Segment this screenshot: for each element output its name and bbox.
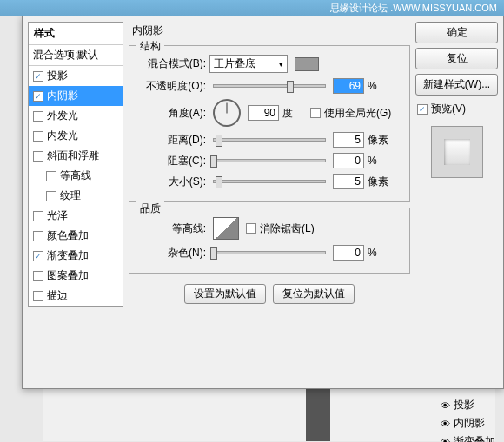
reset-default-button[interactable]: 复位为默认值	[273, 284, 355, 304]
style-checkbox[interactable]	[33, 291, 43, 301]
style-checkbox[interactable]	[33, 251, 43, 261]
distance-input[interactable]: 5	[333, 132, 364, 148]
unit: 像素	[368, 133, 392, 148]
choke-slider[interactable]	[213, 159, 326, 162]
style-item-9[interactable]: 渐变叠加	[29, 246, 123, 266]
style-item-4[interactable]: 斜面和浮雕	[29, 146, 123, 166]
unit: 度	[282, 106, 307, 121]
slider-thumb[interactable]	[287, 81, 294, 93]
panel-title: 内阴影	[129, 22, 410, 40]
bg-thumb	[306, 389, 330, 441]
quality-legend: 品质	[136, 201, 164, 216]
center-panel: 内阴影 结构 混合模式(B): 正片叠底 不透明度(O): 69 % 角度(A)…	[129, 22, 410, 307]
style-label: 光泽	[47, 208, 68, 223]
unit: %	[368, 155, 392, 167]
opacity-label: 不透明度(O):	[136, 79, 206, 94]
set-default-button[interactable]: 设置为默认值	[184, 284, 266, 304]
blend-options-row[interactable]: 混合选项:默认	[29, 45, 123, 66]
style-checkbox[interactable]	[33, 271, 43, 281]
style-item-7[interactable]: 光泽	[29, 206, 123, 226]
global-light-label: 使用全局光(G)	[324, 106, 391, 121]
distance-label: 距离(D):	[136, 133, 206, 148]
slider-thumb[interactable]	[210, 247, 217, 260]
style-label: 外发光	[47, 109, 78, 123]
quality-fieldset: 品质 等高线: 消除锯齿(L) 杂色(N): 0 %	[129, 208, 410, 274]
style-label: 渐变叠加	[47, 248, 89, 263]
opacity-input[interactable]: 69	[333, 78, 364, 94]
style-label: 斜面和浮雕	[47, 148, 99, 163]
slider-thumb[interactable]	[216, 135, 222, 147]
antialias-checkbox[interactable]	[246, 223, 256, 234]
cancel-button[interactable]: 复位	[415, 48, 498, 69]
watermark-bar: 思缘设计论坛 .WWW.MISSYUAN.COM	[0, 0, 504, 16]
unit: %	[368, 247, 392, 259]
styles-header: 样式	[29, 23, 123, 45]
angle-label: 角度(A):	[136, 106, 206, 121]
style-label: 纹理	[60, 188, 81, 203]
style-label: 内阴影	[47, 89, 78, 103]
structure-fieldset: 结构 混合模式(B): 正片叠底 不透明度(O): 69 % 角度(A): 90…	[129, 45, 410, 202]
structure-legend: 结构	[136, 39, 164, 54]
global-light-checkbox[interactable]	[310, 108, 321, 118]
style-label: 图案叠加	[47, 268, 89, 283]
style-checkbox[interactable]	[33, 91, 43, 102]
new-style-button[interactable]: 新建样式(W)...	[415, 74, 498, 96]
eye-icon: 👁	[441, 400, 450, 411]
bg-panel	[43, 389, 495, 441]
ok-button[interactable]: 确定	[415, 22, 498, 43]
opacity-slider[interactable]	[213, 84, 326, 88]
slider-thumb[interactable]	[216, 176, 222, 188]
style-label: 等高线	[60, 168, 91, 183]
style-item-3[interactable]: 内发光	[29, 126, 123, 146]
style-label: 描边	[47, 288, 68, 303]
style-checkbox[interactable]	[46, 171, 56, 181]
unit: %	[368, 80, 392, 92]
style-item-10[interactable]: 图案叠加	[29, 266, 123, 286]
eye-icon: 👁	[441, 437, 450, 443]
style-checkbox[interactable]	[33, 211, 43, 221]
contour-picker[interactable]	[213, 217, 239, 240]
choke-input[interactable]: 0	[333, 153, 364, 168]
blend-mode-dropdown[interactable]: 正片叠底	[209, 55, 288, 73]
style-item-6[interactable]: 纹理	[29, 186, 123, 206]
antialias-label: 消除锯齿(L)	[260, 221, 315, 236]
style-checkbox[interactable]	[33, 111, 43, 122]
style-checkbox[interactable]	[33, 71, 43, 82]
styles-list-panel: 样式 混合选项:默认 投影内阴影外发光内发光斜面和浮雕等高线纹理光泽颜色叠加渐变…	[28, 22, 123, 307]
slider-thumb[interactable]	[210, 155, 217, 168]
style-label: 投影	[47, 69, 68, 83]
size-label: 大小(S):	[136, 175, 206, 189]
eye-icon: 👁	[441, 419, 450, 429]
style-item-8[interactable]: 颜色叠加	[29, 226, 123, 246]
angle-input[interactable]: 90	[248, 105, 279, 121]
contour-label: 等高线:	[136, 221, 206, 236]
style-item-5[interactable]: 等高线	[29, 166, 123, 186]
style-checkbox[interactable]	[46, 191, 56, 201]
noise-slider[interactable]	[213, 251, 326, 254]
style-item-11[interactable]: 描边	[29, 286, 123, 306]
angle-dial[interactable]	[213, 99, 241, 127]
shadow-color-swatch[interactable]	[295, 57, 319, 71]
style-checkbox[interactable]	[33, 131, 43, 142]
style-item-0[interactable]: 投影	[29, 66, 123, 86]
layer-style-dialog: 样式 混合选项:默认 投影内阴影外发光内发光斜面和浮雕等高线纹理光泽颜色叠加渐变…	[22, 16, 504, 389]
noise-input[interactable]: 0	[333, 245, 364, 261]
size-slider[interactable]	[213, 180, 326, 183]
preview-checkbox[interactable]	[417, 104, 428, 115]
style-item-2[interactable]: 外发光	[29, 106, 123, 126]
blend-mode-label: 混合模式(B):	[136, 56, 206, 71]
right-panel: 确定 复位 新建样式(W)... 预览(V)	[415, 22, 498, 307]
size-input[interactable]: 5	[333, 174, 364, 189]
style-checkbox[interactable]	[33, 151, 43, 162]
bg-layers-list: 👁投影 👁内阴影 👁渐变叠加	[441, 396, 495, 442]
style-item-1[interactable]: 内阴影	[29, 86, 123, 106]
preview-box	[431, 126, 483, 178]
unit: 像素	[368, 175, 392, 189]
choke-label: 阻塞(C):	[136, 154, 206, 168]
noise-label: 杂色(N):	[136, 246, 206, 261]
style-checkbox[interactable]	[33, 231, 43, 241]
style-label: 颜色叠加	[47, 228, 89, 243]
style-label: 内发光	[47, 129, 78, 143]
preview-label: 预览(V)	[431, 102, 466, 116]
distance-slider[interactable]	[213, 138, 326, 142]
